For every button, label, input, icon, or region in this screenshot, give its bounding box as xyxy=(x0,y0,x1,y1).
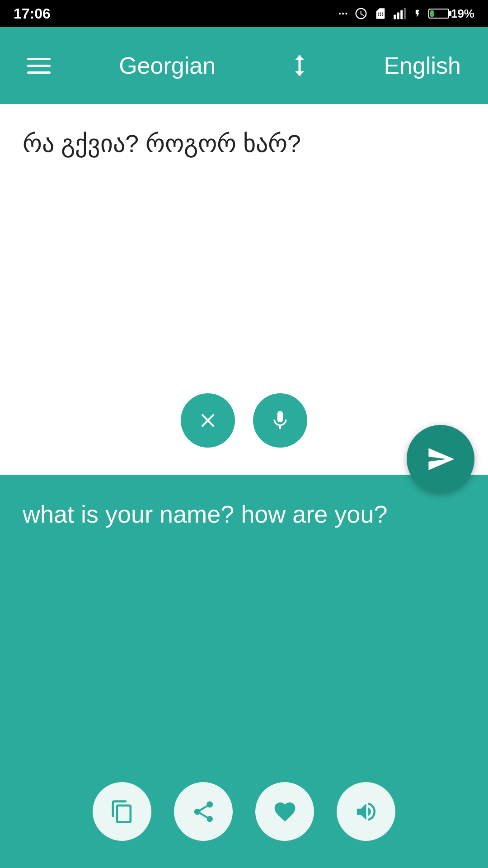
app-header: Georgian English xyxy=(0,27,488,104)
speak-button[interactable] xyxy=(337,782,395,841)
translation-action-buttons xyxy=(93,782,395,841)
alarm-icon xyxy=(354,7,368,20)
input-section: რა გქვია? როგორ ხარ? xyxy=(0,104,488,475)
copy-button[interactable] xyxy=(93,782,151,841)
signal-icon xyxy=(393,7,407,20)
swap-languages-button[interactable] xyxy=(284,52,315,79)
target-language-label[interactable]: English xyxy=(384,52,461,79)
favorite-button[interactable] xyxy=(255,782,314,841)
source-language-label[interactable]: Georgian xyxy=(119,52,216,79)
battery-bar xyxy=(428,9,449,19)
battery-indicator: 19% xyxy=(428,7,474,21)
time-display: 17:06 xyxy=(14,5,51,22)
hamburger-menu-button[interactable] xyxy=(27,58,51,74)
charging-icon xyxy=(413,7,422,20)
sim-icon xyxy=(374,7,387,20)
ellipsis-icon: ··· xyxy=(338,7,348,21)
battery-pct: 19% xyxy=(451,7,474,21)
battery-fill xyxy=(430,10,434,17)
svg-rect-2 xyxy=(400,10,403,19)
svg-rect-0 xyxy=(394,15,396,19)
translation-section: what is your name? how are you? xyxy=(0,475,488,868)
svg-rect-1 xyxy=(397,13,399,19)
microphone-button[interactable] xyxy=(253,393,307,448)
translated-text: what is your name? how are you? xyxy=(23,497,465,532)
input-action-buttons xyxy=(181,393,307,448)
clear-button[interactable] xyxy=(181,393,235,448)
status-icons: ··· 19% xyxy=(338,7,474,21)
status-bar: 17:06 ··· 19% xyxy=(0,0,488,27)
translate-button[interactable] xyxy=(407,425,474,493)
svg-rect-3 xyxy=(404,8,406,19)
share-button[interactable] xyxy=(174,782,233,841)
